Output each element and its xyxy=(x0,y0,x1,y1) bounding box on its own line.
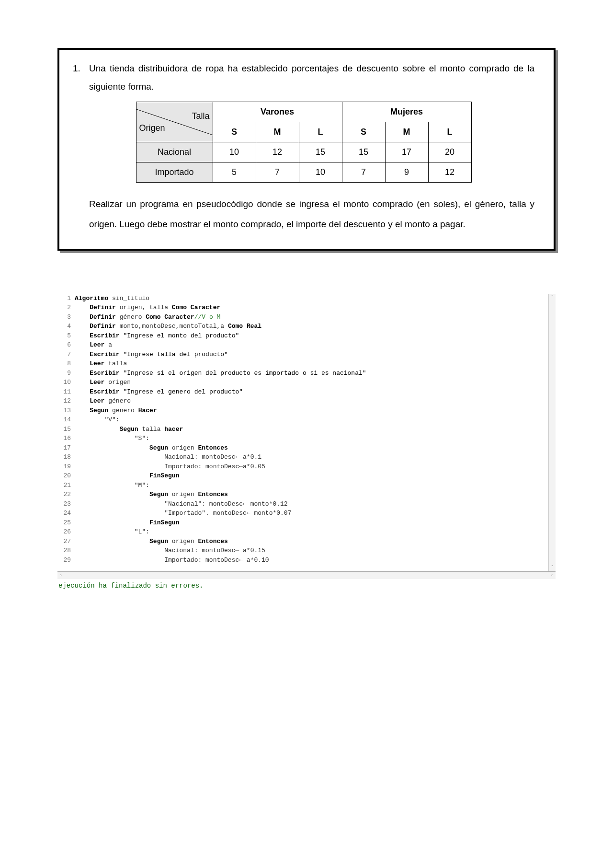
table-cell: 12 xyxy=(256,142,299,162)
row-label: Nacional xyxy=(136,142,213,162)
table-row: Importado 5 7 10 7 9 12 xyxy=(136,162,471,183)
code-lines[interactable]: Algoritmo sin_titulo Definir origen, tal… xyxy=(75,294,556,565)
table-cell: 10 xyxy=(299,162,342,183)
line-number: 20 xyxy=(57,471,71,481)
code-line[interactable]: Segun origen Entonces xyxy=(75,443,556,453)
code-line[interactable]: "L": xyxy=(75,527,556,537)
code-line[interactable]: Importado: montoDesc← a*0.10 xyxy=(75,556,556,565)
code-line[interactable]: FinSegun xyxy=(75,471,556,481)
code-line[interactable]: "M": xyxy=(75,481,556,490)
code-line[interactable]: Segun origen Entonces xyxy=(75,490,556,499)
line-number: 12 xyxy=(57,396,71,406)
table-cell: 7 xyxy=(342,162,385,183)
exercise-post-text: Realizar un programa en pseudocódigo don… xyxy=(89,194,534,234)
line-number: 15 xyxy=(57,425,71,434)
line-number: 2 xyxy=(57,303,71,312)
scroll-down-icon[interactable]: ˅ xyxy=(549,564,556,571)
table-cell: 7 xyxy=(256,162,299,183)
code-line[interactable]: Escribir "Ingrese el genero del producto… xyxy=(75,387,556,397)
code-line[interactable]: Leer género xyxy=(75,396,556,406)
code-line[interactable]: "Importado". montoDesc← monto*0.07 xyxy=(75,509,556,518)
line-number: 29 xyxy=(57,556,71,565)
line-number: 5 xyxy=(57,331,71,341)
line-number: 4 xyxy=(57,322,71,331)
table-cell: 9 xyxy=(385,162,428,183)
exercise-prompt: 1. Una tienda distribuidora de ropa ha e… xyxy=(73,59,534,96)
table-cell: 10 xyxy=(213,142,256,162)
code-line[interactable]: FinSegun xyxy=(75,518,556,528)
code-line[interactable]: Leer a xyxy=(75,340,556,350)
header-varones: Varones xyxy=(213,102,342,122)
code-line[interactable]: Segun genero Hacer xyxy=(75,406,556,416)
line-number: 18 xyxy=(57,452,71,462)
code-line[interactable]: Escribir "Ingrese talla del producto" xyxy=(75,350,556,359)
table-row: Nacional 10 12 15 15 17 20 xyxy=(136,142,471,162)
line-number: 16 xyxy=(57,434,71,443)
line-number: 13 xyxy=(57,406,71,416)
exercise-number: 1. xyxy=(73,59,89,96)
line-number: 19 xyxy=(57,462,71,472)
line-number: 23 xyxy=(57,499,71,509)
exercise-block: 1. Una tienda distribuidora de ropa ha e… xyxy=(57,48,556,251)
horizontal-scrollbar[interactable]: ‹ › xyxy=(57,572,556,579)
size-col: L xyxy=(428,122,471,142)
code-viewport[interactable]: 1234567891011121314151617181920212223242… xyxy=(57,294,556,572)
code-line[interactable]: Leer origen xyxy=(75,378,556,387)
table-cell: 15 xyxy=(342,142,385,162)
table-cell: 15 xyxy=(299,142,342,162)
line-number: 17 xyxy=(57,443,71,453)
line-number: 9 xyxy=(57,369,71,378)
code-line[interactable]: Definir origen, talla Como Caracter xyxy=(75,303,556,312)
line-number: 11 xyxy=(57,387,71,397)
scroll-right-icon[interactable]: › xyxy=(548,572,556,579)
vertical-scrollbar[interactable]: ˄ ˅ xyxy=(548,294,556,571)
line-number: 27 xyxy=(57,537,71,546)
code-line[interactable]: Nacional: montoDesc← a*0.1 xyxy=(75,452,556,462)
table-cell: 17 xyxy=(385,142,428,162)
discount-table-wrapper: Talla Origen Varones Mujeres S M L S M xyxy=(73,102,534,183)
status-message: ejecución ha finalizado sin errores. xyxy=(57,579,556,591)
code-line[interactable]: Importado: montoDesc←a*0.05 xyxy=(75,462,556,472)
scroll-left-icon[interactable]: ‹ xyxy=(57,572,65,579)
line-number: 3 xyxy=(57,312,71,322)
row-label: Importado xyxy=(136,162,213,183)
line-number: 14 xyxy=(57,415,71,425)
line-number: 28 xyxy=(57,546,71,556)
size-col: M xyxy=(385,122,428,142)
code-line[interactable]: Segun origen Entonces xyxy=(75,537,556,546)
line-number: 10 xyxy=(57,378,71,387)
line-number: 21 xyxy=(57,481,71,490)
exercise-text: Una tienda distribuidora de ropa ha esta… xyxy=(89,59,534,96)
discount-table: Talla Origen Varones Mujeres S M L S M xyxy=(136,102,472,183)
line-number: 7 xyxy=(57,350,71,359)
code-line[interactable]: Escribir "Ingrese el monto del producto" xyxy=(75,331,556,341)
size-col: L xyxy=(299,122,342,142)
code-line[interactable]: "Nacional": montoDesc← monto*0.12 xyxy=(75,499,556,509)
code-line[interactable]: Segun talla hacer xyxy=(75,425,556,434)
code-editor: 1234567891011121314151617181920212223242… xyxy=(57,294,556,591)
code-line[interactable]: Algoritmo sin_titulo xyxy=(75,294,556,303)
line-number: 8 xyxy=(57,359,71,369)
code-line[interactable]: Definir monto,montoDesc,montoTotal,a Com… xyxy=(75,322,556,331)
header-mujeres: Mujeres xyxy=(342,102,471,122)
table-corner-cell: Talla Origen xyxy=(136,102,213,142)
document-page: 1. Una tienda distribuidora de ropa ha e… xyxy=(0,0,613,868)
scroll-up-icon[interactable]: ˄ xyxy=(549,294,556,301)
size-col: M xyxy=(256,122,299,142)
line-number: 1 xyxy=(57,294,71,303)
code-line[interactable]: Definir género Como Caracter//V o M xyxy=(75,312,556,322)
table-cell: 20 xyxy=(428,142,471,162)
code-line[interactable]: Escribir "Ingrese si el origen del produ… xyxy=(75,369,556,378)
table-cell: 12 xyxy=(428,162,471,183)
code-line[interactable]: "S": xyxy=(75,434,556,443)
table-cell: 5 xyxy=(213,162,256,183)
line-number-gutter: 1234567891011121314151617181920212223242… xyxy=(57,294,75,565)
size-col: S xyxy=(213,122,256,142)
line-number: 22 xyxy=(57,490,71,499)
line-number: 6 xyxy=(57,340,71,350)
size-col: S xyxy=(342,122,385,142)
line-number: 26 xyxy=(57,527,71,537)
code-line[interactable]: "V": xyxy=(75,415,556,425)
code-line[interactable]: Leer talla xyxy=(75,359,556,369)
code-line[interactable]: Nacional: montoDesc← a*0.15 xyxy=(75,546,556,556)
